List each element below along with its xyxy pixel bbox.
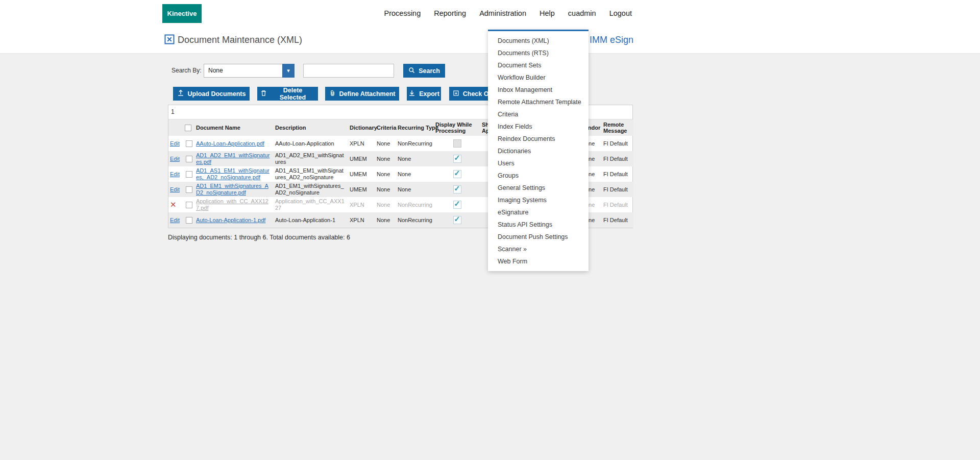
row-checkbox[interactable] bbox=[186, 156, 192, 162]
search-input[interactable] bbox=[303, 64, 394, 78]
edit-column-header bbox=[168, 119, 183, 136]
menu-item-dictionaries[interactable]: Dictionaries bbox=[488, 145, 589, 157]
description-cell: Application_with_CC_AXX127 bbox=[274, 197, 348, 212]
column-header-description: Description bbox=[274, 119, 348, 136]
dictionary-cell: XPLN bbox=[348, 197, 375, 212]
check-out-icon bbox=[453, 90, 459, 98]
criteria-cell: None bbox=[375, 212, 396, 228]
search-icon bbox=[408, 67, 415, 75]
remote-message-cell: FI Default bbox=[602, 166, 633, 182]
description-cell: AD1_EM1_withSignatures_AD2_noSignature bbox=[274, 182, 348, 197]
xml-document-icon bbox=[164, 34, 175, 44]
recurring-type-cell: NonRecurring bbox=[396, 212, 434, 228]
row-checkbox[interactable] bbox=[186, 202, 192, 208]
check-icon: ✓ bbox=[454, 186, 460, 191]
trash-icon bbox=[260, 90, 267, 98]
search-by-dropdown[interactable]: None ▾ bbox=[204, 64, 295, 78]
description-cell: AAuto-Loan-Application bbox=[274, 136, 348, 151]
menu-item-documents-xml[interactable]: Documents (XML) bbox=[488, 35, 589, 47]
nav-user-cuadmin[interactable]: cuadmin bbox=[568, 9, 596, 17]
export-label: Export bbox=[419, 90, 439, 98]
edit-link[interactable]: Edit bbox=[170, 186, 180, 192]
search-button[interactable]: Search bbox=[403, 64, 445, 78]
menu-item-esignature[interactable]: eSignature bbox=[488, 206, 589, 219]
menu-item-documents-rts[interactable]: Documents (RTS) bbox=[488, 47, 589, 59]
column-header-display-while-processing: Display While Processing bbox=[434, 119, 480, 136]
criteria-cell: None bbox=[375, 166, 396, 182]
search-button-label: Search bbox=[419, 67, 440, 75]
display-while-processing-checkbox: ✓ bbox=[453, 216, 461, 224]
menu-item-index-fields[interactable]: Index Fields bbox=[488, 120, 589, 133]
document-name-link[interactable]: AD1_AS1_EM1_withSignatures,_AD2_noSignat… bbox=[196, 167, 270, 180]
dictionary-cell: UMEM bbox=[348, 166, 375, 182]
recurring-type-cell: NonRecurring bbox=[396, 136, 434, 151]
column-header-criteria: Criteria bbox=[375, 119, 396, 136]
nav-processing[interactable]: Processing bbox=[384, 9, 421, 17]
column-header-document-name: Document Name bbox=[194, 119, 274, 136]
dictionary-cell: UMEM bbox=[348, 182, 375, 197]
document-name-link[interactable]: AAuto-Loan-Application.pdf bbox=[196, 140, 264, 147]
dictionary-cell: UMEM bbox=[348, 151, 375, 166]
remove-x-icon[interactable]: ✕ bbox=[170, 201, 177, 208]
nav-administration[interactable]: Administration bbox=[479, 9, 526, 17]
menu-item-document-sets[interactable]: Document Sets bbox=[488, 59, 589, 71]
administration-dropdown-menu: Documents (XML) Documents (RTS) Document… bbox=[488, 30, 589, 271]
export-button[interactable]: Export bbox=[407, 87, 441, 101]
edit-link[interactable]: Edit bbox=[170, 217, 180, 223]
menu-item-imaging-systems[interactable]: Imaging Systems bbox=[488, 194, 589, 206]
upload-documents-button[interactable]: Upload Documents bbox=[173, 87, 250, 101]
remote-message-cell: FI Default bbox=[602, 197, 633, 212]
edit-link[interactable]: Edit bbox=[170, 140, 180, 147]
search-by-selected-value: None bbox=[204, 64, 294, 77]
menu-item-web-form[interactable]: Web Form bbox=[488, 255, 589, 268]
nav-logout[interactable]: Logout bbox=[609, 9, 632, 17]
display-while-processing-checkbox: ✓ bbox=[453, 185, 461, 193]
display-while-processing-checkbox: ✓ bbox=[453, 170, 461, 178]
document-name-link[interactable]: Auto-Loan-Application-1.pdf bbox=[196, 217, 265, 223]
recurring-type-cell: None bbox=[396, 182, 434, 197]
recurring-type-cell: None bbox=[396, 151, 434, 166]
menu-item-criteria[interactable]: Criteria bbox=[488, 108, 589, 120]
search-by-label: Search By: bbox=[172, 67, 202, 74]
menu-item-document-push-settings[interactable]: Document Push Settings bbox=[488, 231, 589, 243]
menu-item-status-api-settings[interactable]: Status API Settings bbox=[488, 219, 589, 231]
menu-item-scanner[interactable]: Scanner » bbox=[488, 243, 589, 255]
kinective-logo[interactable]: Kinective bbox=[162, 4, 202, 23]
document-name-link[interactable]: Application_with_CC_AXX127.pdf bbox=[196, 198, 268, 211]
menu-item-general-settings[interactable]: General Settings bbox=[488, 182, 589, 194]
nav-reporting[interactable]: Reporting bbox=[434, 9, 466, 17]
document-name-link[interactable]: AD1_AD2_EM1_withSignatures.pdf bbox=[196, 152, 270, 165]
row-checkbox[interactable] bbox=[186, 140, 192, 147]
define-attachment-button[interactable]: Define Attachment bbox=[325, 87, 399, 101]
define-attachment-label: Define Attachment bbox=[339, 90, 396, 98]
page-title: Document Maintenance (XML) bbox=[178, 27, 302, 53]
document-name-link[interactable]: AD1_EM1_withSignatures_AD2_noSignature.p… bbox=[196, 183, 268, 196]
nav-help[interactable]: Help bbox=[540, 9, 555, 17]
menu-item-users[interactable]: Users bbox=[488, 157, 589, 170]
edit-link[interactable]: Edit bbox=[170, 171, 180, 177]
app-window: Kinective Processing Reporting Administr… bbox=[0, 0, 980, 460]
check-icon: ✓ bbox=[454, 201, 460, 206]
remote-message-cell: FI Default bbox=[602, 182, 633, 197]
check-icon: ✓ bbox=[454, 171, 460, 176]
dictionary-cell: XPLN bbox=[348, 212, 375, 228]
row-checkbox[interactable] bbox=[186, 171, 192, 178]
menu-item-reindex-documents[interactable]: Reindex Documents bbox=[488, 133, 589, 145]
top-navigation: Kinective Processing Reporting Administr… bbox=[0, 0, 980, 27]
menu-item-workflow-builder[interactable]: Workflow Builder bbox=[488, 71, 589, 84]
menu-item-groups[interactable]: Groups bbox=[488, 170, 589, 182]
menu-item-inbox-management[interactable]: Inbox Management bbox=[488, 84, 589, 96]
remote-message-cell: FI Default bbox=[602, 136, 633, 151]
menu-item-remote-attachment-template[interactable]: Remote Attachment Template bbox=[488, 96, 589, 108]
main-nav: Processing Reporting Administration Help… bbox=[384, 0, 632, 27]
edit-link[interactable]: Edit bbox=[170, 156, 180, 162]
delete-selected-label: Delete Selected bbox=[271, 87, 315, 101]
page-number-1[interactable]: 1 bbox=[171, 108, 175, 115]
delete-selected-button[interactable]: Delete Selected bbox=[257, 87, 318, 101]
chevron-down-icon[interactable]: ▾ bbox=[282, 64, 295, 78]
select-all-checkbox[interactable] bbox=[185, 125, 191, 131]
paperclip-icon bbox=[329, 90, 336, 98]
upload-icon bbox=[177, 89, 184, 98]
row-checkbox[interactable] bbox=[186, 217, 192, 224]
row-checkbox[interactable] bbox=[186, 186, 192, 193]
